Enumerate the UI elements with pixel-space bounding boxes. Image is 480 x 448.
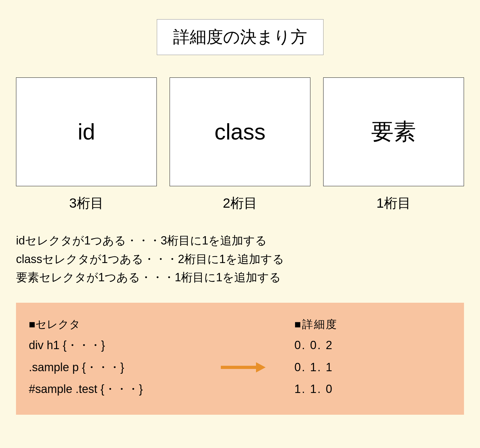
arrow-icon — [221, 364, 266, 371]
selector-header: ■セレクタ — [29, 314, 221, 335]
spec-cell: 1. 1. 0 — [294, 378, 451, 400]
digit-label-3: 3桁目 — [16, 194, 157, 212]
selector-cell: #sample .test {・・・} — [29, 378, 221, 400]
box-id: id — [16, 77, 157, 186]
selector-cell: .sample p {・・・} — [29, 356, 221, 378]
box-element: 要素 — [323, 77, 464, 186]
spec-cell: 0. 0. 2 — [294, 334, 451, 356]
digit-label-1: 1桁目 — [323, 194, 464, 212]
rule-line: classセレクタが1つある・・・2桁目に1を追加する — [16, 250, 464, 268]
spec-cell: 0. 1. 1 — [294, 356, 451, 378]
specificity-boxes: id class 要素 — [16, 77, 464, 186]
spec-header: ■詳細度 — [294, 314, 451, 335]
digit-label-2: 2桁目 — [170, 194, 310, 212]
page-title: 詳細度の決まり方 — [157, 19, 324, 55]
box-class: class — [170, 77, 310, 186]
digit-labels: 3桁目 2桁目 1桁目 — [16, 194, 464, 212]
example-panel: ■セレクタ ■詳細度 div h1 {・・・} 0. 0. 2 .sample … — [16, 303, 464, 415]
rules-list: idセレクタが1つある・・・3桁目に1を追加する classセレクタが1つある・… — [16, 231, 464, 287]
rule-line: idセレクタが1つある・・・3桁目に1を追加する — [16, 231, 464, 250]
rule-line: 要素セレクタが1つある・・・1桁目に1を追加する — [16, 268, 464, 287]
selector-cell: div h1 {・・・} — [29, 334, 221, 356]
